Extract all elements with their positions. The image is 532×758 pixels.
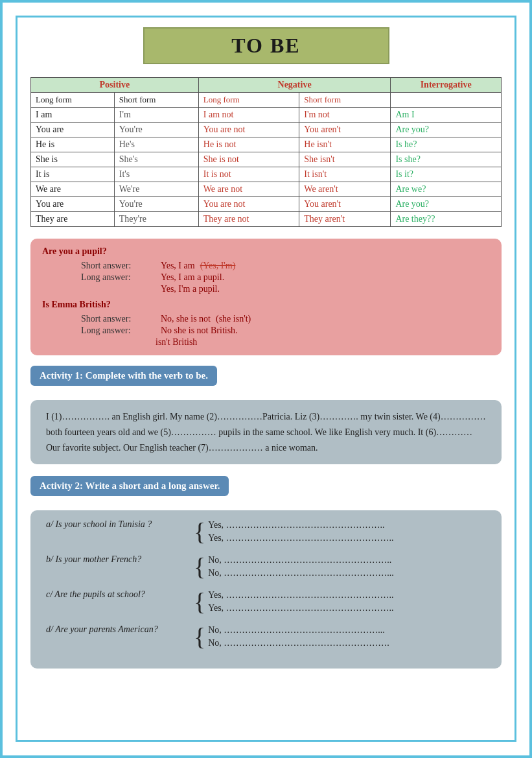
- example-q1: Are you a pupil?: [42, 246, 490, 257]
- table-row: They are They're They are not They aren'…: [31, 212, 502, 227]
- q1-short-strike: (Yes, I'm): [200, 261, 236, 271]
- q1-long-ans1: Yes, I am a pupil.: [161, 272, 224, 283]
- q2-long-ans1: No she is not British.: [161, 326, 238, 336]
- activity1-text: I (1)……………. an English girl. My name (2)…: [46, 412, 486, 453]
- header-interrogative: Interrogative: [391, 78, 502, 93]
- answer-question-label: c/ Are the pupils at school?: [46, 589, 189, 600]
- q2-long-label: Long answer:: [81, 326, 156, 336]
- answer-question: d/ Are your parents American?{No, …………………: [46, 624, 486, 649]
- table-row: He is He's He is not He isn't Is he?: [31, 137, 502, 152]
- activity1-box: I (1)……………. an English girl. My name (2)…: [30, 400, 502, 464]
- table-row: It is It's It is not It isn't Is it?: [31, 167, 502, 182]
- header-negative: Negative: [198, 78, 391, 93]
- answer-question-label: d/ Are your parents American?: [46, 624, 189, 635]
- table-row: You are You're You are not You aren't Ar…: [31, 197, 502, 212]
- activity2-header: Activity 2: Write a short and a long ans…: [30, 476, 229, 496]
- q1-short-label: Short answer:: [81, 261, 156, 271]
- subheader-neg-long: Long form: [198, 93, 299, 108]
- subheader-pos-short: Short form: [114, 93, 198, 108]
- answer-question-label: b/ Is your mother French?: [46, 554, 189, 565]
- q1-long-label: Long answer:: [81, 272, 156, 283]
- answer-question: a/ Is your school in Tunisia ?{Yes, ……………: [46, 519, 486, 544]
- answer-question: c/ Are the pupils at school?{Yes, …………………: [46, 589, 486, 614]
- table-row: We are We're We are not We aren't Are we…: [31, 182, 502, 197]
- q2-short-label: Short answer:: [81, 314, 156, 324]
- header-positive: Positive: [31, 78, 199, 93]
- subheader-pos-long: Long form: [31, 93, 115, 108]
- title-box: TO BE: [143, 27, 389, 64]
- q2-short-paren: (she isn't): [216, 314, 251, 324]
- q1-long-ans2: Yes, I'm a pupil.: [161, 284, 220, 294]
- subheader-neg-short: Short form: [299, 93, 391, 108]
- grammar-table: Positive Negative Interrogative Long for…: [30, 77, 502, 227]
- q2-short-ans: No, she is not: [161, 314, 211, 324]
- examples-section: Are you a pupil? Short answer: Yes, I am…: [30, 239, 502, 355]
- answer-question-label: a/ Is your school in Tunisia ?: [46, 519, 189, 530]
- example-q2: Is Emma British?: [42, 300, 490, 310]
- table-row: I am I'm I am not I'm not Am I: [31, 108, 502, 123]
- answer-question: b/ Is your mother French?{No, ……………………………: [46, 554, 486, 579]
- table-row: She is She's She is not She isn't Is she…: [31, 152, 502, 167]
- activity1-header: Activity 1: Complete with the verb to be…: [30, 366, 217, 386]
- activity2-box: a/ Is your school in Tunisia ?{Yes, ……………: [30, 510, 502, 669]
- table-row: You are You're You are not You aren't Ar…: [31, 123, 502, 137]
- page-title: TO BE: [231, 34, 300, 57]
- q1-short-ans: Yes, I am: [161, 261, 195, 271]
- q2-long-ans2: isn't British: [156, 337, 197, 348]
